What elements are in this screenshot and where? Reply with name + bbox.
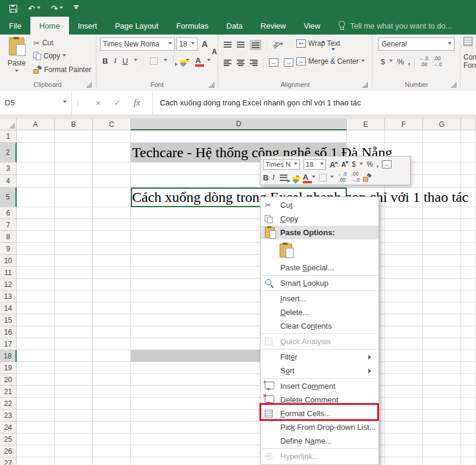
row-header-15[interactable]: 15 bbox=[0, 314, 17, 326]
grid-cell[interactable] bbox=[17, 338, 55, 350]
grid-cell[interactable] bbox=[17, 219, 55, 231]
grid-cell[interactable] bbox=[93, 267, 131, 279]
grid-cell[interactable] bbox=[93, 398, 131, 410]
grid-cell[interactable] bbox=[55, 386, 93, 398]
row-header-7[interactable]: 7 bbox=[0, 219, 17, 231]
top-align-button[interactable] bbox=[224, 42, 231, 48]
grid-cell[interactable] bbox=[461, 279, 476, 291]
grid-cell[interactable] bbox=[17, 279, 55, 291]
grid-cell[interactable] bbox=[55, 243, 93, 255]
grid-cell[interactable] bbox=[461, 338, 476, 350]
column-header-a[interactable]: A bbox=[17, 118, 55, 130]
font-name-combobox[interactable]: Times New Roma bbox=[100, 38, 175, 51]
formula-input[interactable]: Cách xuống dòng trong Excel nhanh gọn ch… bbox=[153, 90, 361, 114]
grid-cell[interactable] bbox=[55, 362, 93, 374]
grid-cell[interactable] bbox=[385, 219, 423, 231]
grid-cell[interactable] bbox=[17, 267, 55, 279]
mini-font-size-combobox[interactable]: 18 bbox=[303, 159, 326, 170]
grid-cell[interactable] bbox=[461, 302, 476, 314]
increase-indent-button[interactable]: → bbox=[284, 58, 293, 67]
grid-cell[interactable] bbox=[461, 374, 476, 386]
grid-cell[interactable] bbox=[385, 410, 423, 422]
tab-data[interactable]: Data bbox=[217, 17, 251, 35]
font-dialog-launcher-icon[interactable] bbox=[209, 82, 214, 88]
grid-cell[interactable] bbox=[17, 350, 55, 362]
row-header-16[interactable]: 16 bbox=[0, 326, 17, 338]
grid-cell[interactable] bbox=[17, 291, 55, 302]
grid-cell[interactable] bbox=[423, 386, 461, 398]
grid-cell[interactable] bbox=[93, 219, 131, 231]
grid-cell[interactable] bbox=[17, 188, 55, 207]
grid-cell[interactable] bbox=[55, 338, 93, 350]
undo-button[interactable]: ↶ bbox=[28, 4, 40, 13]
tab-formulas[interactable]: Formulas bbox=[167, 17, 217, 35]
grid-cell[interactable] bbox=[17, 302, 55, 314]
grid-cell[interactable] bbox=[423, 374, 461, 386]
grid-cell[interactable] bbox=[93, 350, 131, 362]
grid-cell[interactable] bbox=[55, 350, 93, 362]
mini-font-name-combobox[interactable]: Times N bbox=[263, 159, 300, 170]
grid-cell[interactable] bbox=[461, 457, 476, 465]
align-left-button[interactable] bbox=[224, 60, 231, 66]
increase-decimal-button[interactable]: ←.0.00 bbox=[419, 56, 428, 68]
grid-cell[interactable] bbox=[93, 291, 131, 302]
menu-item-filter[interactable]: Filter bbox=[261, 350, 378, 364]
grid-cell[interactable] bbox=[55, 163, 93, 175]
column-header-f[interactable]: F bbox=[385, 118, 423, 130]
grid-cell[interactable] bbox=[347, 130, 385, 143]
grid-cell[interactable] bbox=[93, 143, 131, 163]
grid-cell[interactable] bbox=[423, 231, 461, 243]
grid-cell[interactable] bbox=[131, 130, 347, 143]
grid-cell[interactable] bbox=[93, 410, 131, 422]
align-center-button[interactable] bbox=[237, 60, 245, 66]
grid-cell[interactable] bbox=[423, 338, 461, 350]
menu-item-cut[interactable]: ✂Cut bbox=[261, 198, 378, 212]
tab-insert[interactable]: Insert bbox=[69, 17, 107, 35]
column-header[interactable] bbox=[461, 118, 476, 130]
chevron-down-icon[interactable] bbox=[134, 59, 137, 63]
mini-bold-button[interactable]: B bbox=[263, 173, 268, 182]
chevron-down-icon[interactable] bbox=[389, 60, 393, 64]
grid-cell[interactable] bbox=[423, 267, 461, 279]
grid-cell[interactable] bbox=[423, 130, 461, 143]
row-header-25[interactable]: 25 bbox=[0, 433, 17, 445]
grid-cell[interactable] bbox=[461, 163, 476, 175]
row-header-14[interactable]: 14 bbox=[0, 302, 17, 314]
grid-cell[interactable] bbox=[93, 374, 131, 386]
row-header-3[interactable]: 3 bbox=[0, 163, 17, 175]
grid-cell[interactable] bbox=[17, 314, 55, 326]
grid-cell[interactable] bbox=[461, 445, 476, 457]
grid-cell[interactable] bbox=[461, 398, 476, 410]
grid-cell[interactable] bbox=[55, 255, 93, 267]
row-header-20[interactable]: 20 bbox=[0, 374, 17, 386]
grid-cell[interactable] bbox=[93, 175, 131, 188]
grid-cell[interactable] bbox=[423, 243, 461, 255]
paste-button[interactable]: Paste bbox=[5, 38, 29, 76]
format-painter-button[interactable]: Format Painter bbox=[33, 65, 91, 74]
italic-button[interactable]: I bbox=[114, 56, 116, 65]
align-right-button[interactable] bbox=[250, 60, 258, 66]
mini-format-painter-button[interactable] bbox=[363, 174, 371, 182]
menu-item-delete[interactable]: Delete... bbox=[261, 305, 378, 319]
cancel-button[interactable]: × bbox=[96, 98, 101, 108]
grid-cell[interactable] bbox=[461, 207, 476, 219]
bold-button[interactable]: B bbox=[102, 57, 108, 65]
grid-cell[interactable] bbox=[93, 188, 131, 207]
grid-cell[interactable] bbox=[17, 445, 55, 457]
number-dialog-launcher-icon[interactable] bbox=[451, 82, 456, 88]
grid-cell[interactable] bbox=[423, 207, 461, 219]
grid-cell[interactable] bbox=[423, 326, 461, 338]
grid-cell[interactable] bbox=[55, 188, 93, 207]
column-header-c[interactable]: C bbox=[93, 118, 131, 130]
menu-item-pick-from-drop-down-list[interactable]: Pick From Drop-down List... bbox=[261, 420, 378, 434]
name-box[interactable]: D5 bbox=[0, 90, 72, 114]
font-size-combobox[interactable]: 18 bbox=[176, 38, 198, 51]
grid-cell[interactable] bbox=[17, 143, 55, 163]
grid-cell[interactable] bbox=[461, 291, 476, 302]
decrease-indent-button[interactable]: ← bbox=[269, 58, 278, 67]
mini-italic-button[interactable]: I bbox=[272, 173, 274, 182]
grid-cell[interactable] bbox=[55, 219, 93, 231]
grid-cell[interactable] bbox=[93, 243, 131, 255]
grid-cell[interactable] bbox=[461, 267, 476, 279]
grid-cell[interactable] bbox=[385, 350, 423, 362]
